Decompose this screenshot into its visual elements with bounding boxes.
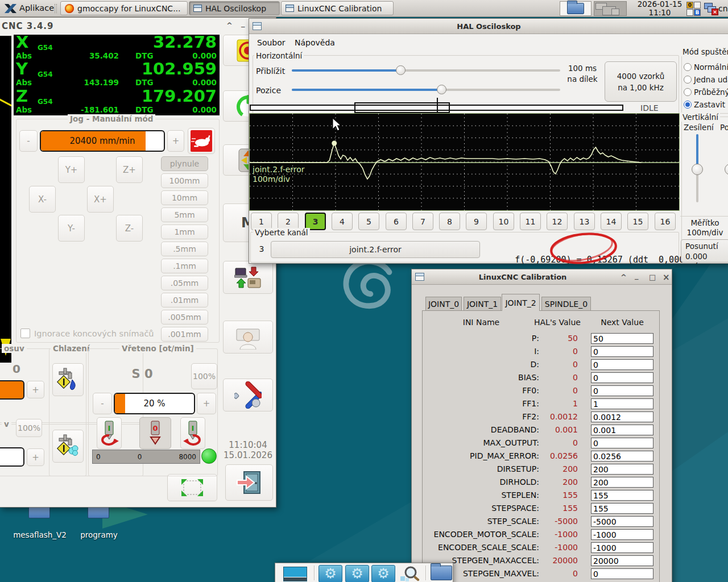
pager-cell-3[interactable] [686,9,693,16]
display-settings-icon[interactable] [283,567,307,581]
settings-gear-icon-3[interactable]: ⚙ [371,565,395,582]
trigger-radio-Zastavit[interactable] [684,101,692,109]
jog-speed-bar[interactable]: 20400 mm/min [40,130,165,152]
jog-speed-plus-button[interactable]: + [167,130,184,152]
shade-button[interactable]: ^ [621,273,627,281]
fullscreen-button[interactable] [167,474,217,501]
gain-slider-thumb[interactable] [692,164,703,175]
increment-button-.001mm[interactable]: .001mm [161,327,208,342]
spindle-right-button[interactable]: I [180,417,205,449]
menu-soubor[interactable]: Soubor [257,38,286,47]
tab-JOINT_0[interactable]: JOINT_0 [425,297,462,311]
settings-tools-button[interactable] [223,379,273,411]
jog-speed-minus-button[interactable]: - [19,130,38,152]
spindle-minus-button[interactable]: - [93,393,112,414]
coolant-mist-button[interactable] [52,430,84,463]
app-menu-label[interactable]: Aplikace [19,3,54,13]
param-next-value-input[interactable] [591,503,653,514]
settings-gear-icon-1[interactable]: ⚙ [318,565,342,582]
increment-button-1mm[interactable]: 1mm [161,225,208,239]
param-next-value-input[interactable] [591,568,653,579]
scope-display[interactable]: joint.2.f-error 100m/div [249,113,680,211]
spindle-override-bar[interactable]: 20 % [114,393,195,414]
offset-button[interactable]: Posunutí 0.000 [681,239,728,263]
param-next-value-input[interactable] [591,516,653,527]
workspace-pager[interactable]: 0B [686,2,701,16]
search-magnifier-icon[interactable] [398,565,422,582]
rapid-jog-button[interactable] [188,128,215,154]
app-menu-logo[interactable] [4,2,17,15]
workspace-switcher[interactable] [594,1,627,16]
network-tray-icon[interactable]: × [703,2,720,16]
channel-button-16[interactable]: 16 [655,213,676,230]
channel-button-13[interactable]: 13 [574,213,595,230]
taskbar-task-3[interactable]: LinuxCNC Calibration [281,1,394,15]
oscilloscope-titlebar[interactable]: HAL Osciloskop [249,19,728,34]
feed-override-bar[interactable] [0,380,24,400]
jog-button-Y-[interactable]: Y- [58,215,85,242]
folder-icon[interactable] [431,566,452,580]
minimize-button[interactable]: _ [241,19,245,27]
increment-button-5mm[interactable]: 5mm [161,207,208,222]
zoom-slider-thumb[interactable] [396,65,406,75]
increment-button-.01mm[interactable]: .01mm [161,293,208,307]
jog-button-Y+[interactable]: Y+ [58,156,85,183]
shade-button[interactable]: ^ [226,21,233,30]
channel-button-6[interactable]: 6 [386,213,407,230]
increment-button-.1mm[interactable]: .1mm [161,259,208,273]
param-next-value-input[interactable] [591,333,653,344]
increment-button-.5mm[interactable]: .5mm [161,242,208,256]
calibration-titlebar[interactable]: LinuxCNC Calibration ^ _ □ × [412,269,672,285]
param-next-value-input[interactable] [591,490,653,501]
param-next-value-input[interactable] [591,372,653,383]
channel-button-9[interactable]: 9 [466,213,487,230]
channel-button-15[interactable]: 15 [627,213,648,230]
exit-button[interactable] [225,464,273,501]
trigger-radio-Průběžný[interactable] [684,88,692,96]
increment-button-10mm[interactable]: 10mm [161,190,208,205]
file-manager-button[interactable] [560,1,592,16]
spindle-stop-button[interactable]: 0 [139,417,171,449]
gain-slider[interactable] [691,134,704,202]
tab-SPINDLE_0[interactable]: SPINDLE_0 [541,297,591,311]
increment-button-.005mm[interactable]: .005mm [161,310,208,325]
channel-signal-button[interactable]: joint.2.f-error [271,241,480,258]
spindle-plus-button[interactable]: + [197,393,216,414]
param-next-value-input[interactable] [591,555,653,566]
param-next-value-input[interactable] [591,385,653,396]
channel-button-5[interactable]: 5 [358,213,379,230]
settings-gear-icon-2[interactable]: ⚙ [345,565,369,582]
limit-override-checkbox[interactable] [20,329,30,338]
spindle-percent-button[interactable]: 100% [191,363,217,389]
rapid-percent-button[interactable]: 100% [16,419,42,437]
param-next-value-input[interactable] [591,398,653,409]
tool-change-button[interactable] [223,261,273,294]
taskbar-task-2[interactable]: HAL Osciloskop [189,1,280,15]
tab-JOINT_2[interactable]: JOINT_2 [502,294,540,311]
param-next-value-input[interactable] [591,438,653,448]
trigger-radio-Jedna udá[interactable] [684,76,692,84]
minimize-button[interactable]: _ [635,271,639,280]
jog-button-Z-[interactable]: Z- [116,215,143,242]
taskbar-task-1[interactable]: gmoccapy for LinuxCNC... [60,1,188,15]
param-next-value-input[interactable] [591,464,653,475]
channel-button-4[interactable]: 4 [332,213,353,230]
increment-button-plynule[interactable]: plynule [161,156,208,171]
channel-button-8[interactable]: 8 [439,213,460,230]
param-next-value-input[interactable] [591,529,653,540]
param-next-value-input[interactable] [591,451,653,462]
menu-napoveda[interactable]: Nápověda [295,38,335,47]
pager-cell-1[interactable]: 0 [686,2,693,9]
samples-button[interactable]: 4000 vzorků na 1,00 kHz [605,61,677,102]
param-next-value-input[interactable] [591,477,653,488]
jog-button-X+[interactable]: X+ [87,186,114,213]
rapid-plus-button[interactable]: + [27,448,44,466]
zoom-slider[interactable] [292,65,560,76]
jog-button-X-[interactable]: X- [29,186,56,213]
increment-button-100mm[interactable]: 100mm [161,173,208,188]
timeline-view-box[interactable] [354,102,450,113]
position-slider-thumb[interactable] [437,85,446,94]
channel-button-7[interactable]: 7 [412,213,433,230]
param-next-value-input[interactable] [591,411,653,422]
param-next-value-input[interactable] [591,346,653,357]
